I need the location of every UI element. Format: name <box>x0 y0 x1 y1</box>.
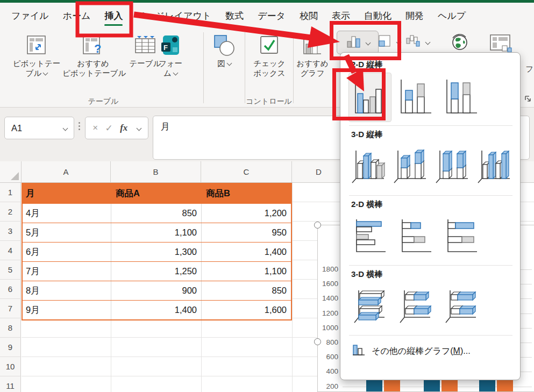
dropdown-separator <box>349 195 512 196</box>
table-cell[interactable]: 6月 <box>23 243 111 261</box>
row-header-6[interactable]: 6 <box>0 280 21 299</box>
row-header-7[interactable]: 7 <box>0 299 21 318</box>
menu-tab-home[interactable]: ホーム <box>56 3 98 28</box>
menu-tab-developer[interactable]: 開発 <box>398 3 431 28</box>
column-header-B[interactable]: B <box>111 161 201 182</box>
clustered-bar-icon[interactable] <box>349 213 391 261</box>
table-cell[interactable]: 1,300 <box>111 243 202 261</box>
table-cell[interactable]: 850 <box>111 204 202 223</box>
stacked-bar-icon[interactable] <box>395 213 437 261</box>
table-header-cell[interactable]: 商品B <box>202 184 291 203</box>
button-label: ピボットテー <box>13 59 61 68</box>
menu-tab-data[interactable]: データ <box>251 3 293 28</box>
name-box[interactable]: A1 <box>4 117 74 139</box>
data-table[interactable]: 月商品A商品B4月8501,2005月1,1009506月1,3001,4007… <box>22 183 292 320</box>
forms-button[interactable]: Fフォーム <box>154 32 187 101</box>
menu-tab-review[interactable]: 校閲 <box>293 3 325 28</box>
table-cell[interactable]: 850 <box>202 281 291 300</box>
menu-tab-help[interactable]: ヘルプ <box>431 3 473 28</box>
chevron-down-icon <box>173 70 178 75</box>
charts-dialog-launcher[interactable] <box>524 95 532 105</box>
menu-tab-formulas[interactable]: 数式 <box>218 3 251 28</box>
table-cell[interactable]: 1,400 <box>202 243 291 261</box>
insert-column-chart-button[interactable] <box>337 31 379 54</box>
table-cell[interactable]: 1,100 <box>202 262 291 281</box>
maps-button[interactable] <box>450 33 469 54</box>
3d-column-icon[interactable] <box>475 143 514 191</box>
menu-tab-file[interactable]: ファイル <box>4 3 56 28</box>
row-headers: 1234567891011 <box>0 183 22 392</box>
3d-100-stacked-bar-icon[interactable] <box>440 283 482 331</box>
select-all-button[interactable] <box>0 161 22 182</box>
table-cell[interactable]: 7月 <box>23 262 111 281</box>
chart-y-axis-label: 400 <box>318 367 338 375</box>
cancel-icon[interactable]: × <box>92 123 98 133</box>
button-label: おすすめ <box>77 59 109 68</box>
more-column-charts-menu-item[interactable]: その他の縦棒グラフ(M)... <box>348 339 514 360</box>
recommended-charts-button[interactable]: ?おすすめグラフ <box>296 32 329 101</box>
row-header-4[interactable]: 4 <box>0 241 21 260</box>
menu-tab-insert[interactable]: 挿入 <box>97 3 130 28</box>
chart-y-axis-label: 1800 <box>318 265 338 273</box>
column-header-C[interactable]: C <box>201 161 292 182</box>
table-cell[interactable]: 1,100 <box>111 223 202 242</box>
row-header-3[interactable]: 3 <box>0 222 21 241</box>
menu-tab-automate[interactable]: 自動化 <box>357 3 398 28</box>
insert-line-area-chart-button[interactable] <box>378 34 401 50</box>
100-stacked-column-icon[interactable] <box>440 73 482 122</box>
table-cell[interactable]: 950 <box>202 223 291 242</box>
table-cell[interactable]: 1,250 <box>111 262 202 281</box>
menu-tab-page-layout[interactable]: ページレイアウト <box>130 3 218 28</box>
3d-clustered-bar-icon[interactable] <box>349 283 391 331</box>
chart-y-axis-label: 1400 <box>318 294 338 302</box>
clustered-column-icon[interactable] <box>349 73 391 122</box>
3d-100-stacked-column-icon[interactable] <box>433 143 472 191</box>
column-header-A[interactable]: A <box>22 161 111 182</box>
chevron-down-icon <box>63 125 68 131</box>
insert-hierarchy-chart-button[interactable] <box>405 34 430 50</box>
table-header-cell[interactable]: 月 <box>23 184 111 203</box>
table-cell[interactable]: 9月 <box>23 301 111 319</box>
row-header-10[interactable]: 10 <box>0 357 21 376</box>
enter-icon[interactable]: ✓ <box>105 123 113 134</box>
pivot-table-button[interactable]: ピボットテーブル <box>12 32 61 101</box>
hierarchy-chart-icon <box>405 34 421 50</box>
table-cell[interactable]: 8月 <box>23 281 111 300</box>
group-separator <box>293 32 294 103</box>
table-header-cell[interactable]: 商品A <box>111 184 202 203</box>
stacked-column-icon[interactable] <box>395 73 437 122</box>
row-header-9[interactable]: 9 <box>0 338 21 357</box>
table-row: 8月900850 <box>23 281 291 300</box>
row-header-11[interactable]: 11 <box>0 376 21 392</box>
recommended-pivot-tables-button[interactable]: ?おすすめピボットテーブル <box>62 32 124 101</box>
formula-bar-drag-handle[interactable] <box>79 122 80 130</box>
insert-function-icon[interactable]: fx <box>120 123 127 133</box>
button-label: ム <box>163 69 172 77</box>
illustrations-button[interactable]: 図 <box>211 32 238 101</box>
table-cell[interactable]: 1,600 <box>202 301 291 319</box>
row-header-5[interactable]: 5 <box>0 260 21 280</box>
menu-tab-view[interactable]: 表示 <box>325 3 357 28</box>
check-box-button[interactable]: チェックボックス <box>252 32 287 101</box>
button-label: ピボットテーブル <box>62 69 126 77</box>
3d-clustered-column-icon[interactable] <box>349 143 387 191</box>
chart-y-axis-label: 200 <box>318 382 338 390</box>
row-header-8[interactable]: 8 <box>0 318 21 338</box>
table-cell[interactable]: 4月 <box>23 204 111 223</box>
chart-resize-handle[interactable] <box>314 338 321 345</box>
table-cell[interactable]: 1,400 <box>111 301 202 319</box>
table-cell[interactable]: 5月 <box>23 223 111 242</box>
table-cell[interactable]: 1,200 <box>202 204 291 223</box>
table-cell[interactable]: 900 <box>111 281 202 300</box>
3d-stacked-column-icon[interactable] <box>391 143 429 191</box>
table-header-row: 月商品A商品B <box>23 184 291 203</box>
dropdown-thumbnail-row <box>349 213 514 261</box>
chart-resize-handle[interactable] <box>314 222 321 229</box>
row-header-2[interactable]: 2 <box>0 202 21 222</box>
100-stacked-bar-icon[interactable] <box>440 213 482 261</box>
3d-stacked-bar-icon[interactable] <box>395 283 437 331</box>
dropdown-separator <box>349 125 512 126</box>
row-header-1[interactable]: 1 <box>0 183 21 202</box>
column-chart-icon <box>346 34 361 51</box>
column-header-D[interactable]: D <box>292 161 346 182</box>
